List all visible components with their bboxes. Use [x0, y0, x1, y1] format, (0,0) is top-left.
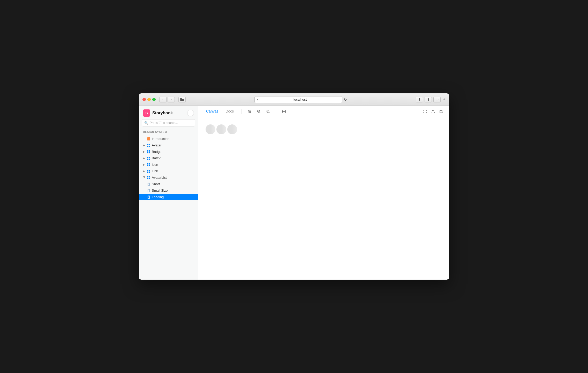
share-button[interactable]: ⬆	[425, 97, 432, 102]
lock-icon: ●	[257, 98, 259, 101]
address-bar-wrap: ● localhost ↻	[188, 96, 413, 103]
copy-link-button[interactable]	[438, 108, 445, 115]
badge-arrow: ▶	[143, 150, 146, 153]
loading-story-icon	[147, 196, 150, 199]
search-icon: 🔍	[144, 121, 148, 125]
sidebar-item-badge[interactable]: ▶ Badge	[139, 148, 198, 155]
tab-docs[interactable]: Docs	[222, 106, 237, 117]
forward-button[interactable]: ›	[168, 97, 175, 102]
svg-rect-7	[149, 152, 150, 153]
sidebar-item-button[interactable]: ▶ Button	[139, 155, 198, 161]
svg-rect-2	[147, 146, 148, 147]
minimize-button[interactable]	[147, 98, 151, 101]
smallsize-label: Small Size	[152, 189, 168, 192]
zoom-in-button[interactable]	[246, 108, 253, 115]
link-label: Link	[152, 169, 158, 173]
svg-rect-4	[147, 150, 148, 152]
title-bar: ‹ › ● localhost ↻ ⬇ ⬆ ▭ +	[139, 93, 449, 106]
browser-actions: ⬇ ⬆ ▭ +	[416, 97, 446, 102]
search-bar[interactable]: 🔍 Press "/" to search...	[142, 119, 195, 126]
link-arrow: ▶	[143, 170, 146, 173]
toolbar-divider-2	[276, 109, 276, 114]
svg-rect-15	[149, 165, 150, 166]
avatar-skeleton-1	[206, 124, 215, 134]
svg-rect-5	[149, 150, 150, 152]
sidebar-item-avatar[interactable]: ▶ Avatar	[139, 142, 198, 148]
toolbar: Canvas Docs	[198, 106, 449, 117]
sidebar-item-link[interactable]: ▶ Link	[139, 168, 198, 174]
avatar-label: Avatar	[152, 143, 161, 147]
link-component-icon	[147, 170, 150, 173]
new-tab-button[interactable]: +	[443, 97, 446, 102]
back-button[interactable]: ‹	[159, 97, 167, 102]
canvas-area	[198, 117, 449, 280]
fullscreen-button[interactable]	[421, 108, 428, 115]
svg-rect-6	[147, 152, 148, 153]
svg-rect-20	[147, 176, 148, 177]
svg-rect-0	[147, 144, 148, 145]
sidebar-toggle-icon	[180, 98, 184, 101]
svg-rect-3	[149, 146, 150, 147]
fullscreen-icon	[423, 110, 427, 113]
avatar-skeleton-group	[203, 122, 444, 136]
section-label: DESIGN SYSTEM	[139, 130, 198, 136]
svg-rect-19	[149, 171, 150, 173]
svg-rect-21	[149, 176, 150, 177]
download-button[interactable]: ⬇	[416, 97, 423, 102]
tab-canvas[interactable]: Canvas	[202, 106, 222, 117]
svg-rect-18	[147, 171, 148, 173]
storybook-logo: S	[143, 109, 150, 117]
avatar-skeleton-3	[227, 124, 237, 134]
sidebar-item-avatarlist[interactable]: ▶ AvatarList	[139, 174, 198, 181]
sidebar-toggle-button[interactable]	[178, 97, 186, 102]
button-component-icon	[147, 157, 150, 160]
zoom-out-icon	[257, 110, 261, 113]
avatar-skeleton-2	[216, 124, 226, 134]
smallsize-story-icon	[147, 189, 150, 192]
sidebar-item-avatarlist-short[interactable]: Short	[139, 181, 198, 187]
sidebar-item-introduction[interactable]: Introduction	[139, 136, 198, 142]
maximize-button[interactable]	[152, 98, 156, 101]
reload-button[interactable]: ↻	[344, 98, 347, 102]
badge-label: Badge	[152, 150, 162, 154]
badge-component-icon	[147, 150, 150, 153]
svg-rect-16	[147, 170, 148, 171]
sidebar: S Storybook ⋯ 🔍 Press "/" to search... D…	[139, 106, 198, 280]
nav-buttons: ‹ ›	[159, 97, 175, 102]
svg-rect-14	[147, 165, 148, 166]
zoom-out-button[interactable]	[255, 108, 262, 115]
sidebar-item-avatarlist-loading[interactable]: Loading	[139, 194, 198, 200]
svg-rect-13	[149, 163, 150, 165]
toolbar-divider	[242, 109, 242, 114]
grid-toggle-icon	[282, 110, 286, 113]
sidebar-item-avatarlist-smallsize[interactable]: Small Size	[139, 187, 198, 194]
main-content: Canvas Docs	[198, 106, 449, 280]
address-bar[interactable]: ● localhost	[254, 96, 342, 103]
search-placeholder: Press "/" to search...	[150, 121, 178, 125]
grid-toggle-button[interactable]	[280, 108, 288, 115]
icon-label: Icon	[152, 163, 158, 167]
share-toolbar-button[interactable]	[429, 108, 437, 115]
more-options-button[interactable]: ⋯	[187, 110, 194, 116]
introduction-icon	[147, 137, 150, 140]
svg-rect-29	[440, 110, 442, 113]
avatar-component-icon	[147, 144, 150, 147]
logo-letter: S	[145, 111, 148, 115]
short-story-icon	[147, 183, 150, 186]
app-content: S Storybook ⋯ 🔍 Press "/" to search... D…	[139, 106, 449, 280]
close-button[interactable]	[142, 98, 146, 101]
svg-rect-22	[147, 178, 148, 179]
share-icon	[431, 110, 435, 113]
short-label: Short	[152, 182, 160, 186]
reset-zoom-button[interactable]	[265, 108, 272, 115]
url-text: localhost	[260, 98, 340, 101]
copy-tab-button[interactable]: ▭	[433, 97, 441, 102]
introduction-label: Introduction	[152, 137, 169, 141]
loading-label: Loading	[152, 195, 164, 199]
avatar-arrow: ▶	[143, 144, 146, 147]
svg-rect-17	[149, 170, 150, 171]
avatarlist-arrow: ▶	[143, 176, 146, 179]
sidebar-item-icon[interactable]: ▶ Icon	[139, 161, 198, 168]
toolbar-right	[421, 108, 445, 115]
copy-link-icon	[440, 110, 443, 113]
